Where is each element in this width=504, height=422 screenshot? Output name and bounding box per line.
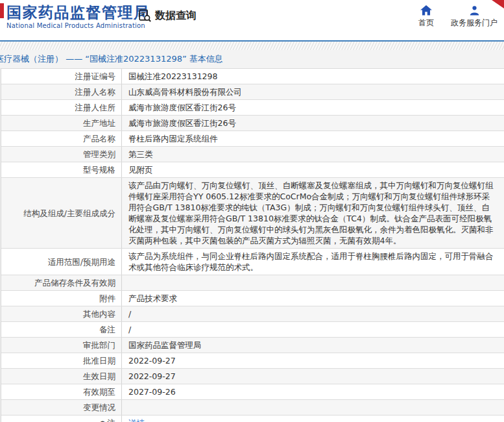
field-value: 2022-09-27 <box>122 369 504 384</box>
field-value: 脊柱后路内固定系统组件 <box>122 131 504 146</box>
field-value: 该产品为系统组件，与同企业脊柱后路内固定系统配合，适用于脊柱胸腰椎后路内固定，可… <box>122 249 504 275</box>
field-value: 威海市旅游度假区香江街26号 <box>122 100 504 115</box>
note-marker-icon: ● <box>100 417 106 422</box>
field-value: 详情 <box>122 416 504 422</box>
field-value: 产品技术要求 <box>122 291 504 306</box>
field-label: 注册人名称 <box>1 84 122 99</box>
field-value: 该产品由万向螺钉、万向复位螺钉、顶丝、自断螺塞及复位螺塞组成，其中万向螺钉和万向… <box>122 178 504 248</box>
table-row: 批准日期2022-09-27 <box>1 353 504 369</box>
table-row: 结构及组成/主要组成成分该产品由万向螺钉、万向复位螺钉、顶丝、自断螺塞及复位螺塞… <box>1 178 504 249</box>
portal-link[interactable]: 政务服务门户 <box>451 5 498 29</box>
field-value: 第三类 <box>122 147 504 162</box>
table-row: 管理类别第三类 <box>1 147 504 162</box>
field-label: 附件 <box>1 291 122 306</box>
field-label: 批准日期 <box>1 353 122 368</box>
field-value <box>122 275 504 290</box>
table-row: 适用范围/预期用途该产品为系统组件，与同企业脊柱后路内固定系统配合，适用于脊柱胸… <box>1 249 504 275</box>
field-label: 结构及组成/主要组成成分 <box>1 178 122 248</box>
site-title-en: National Medical Products Administration <box>6 22 150 30</box>
table-row: 有效期至2027-09-26 <box>1 384 504 400</box>
field-label: 审批部门 <box>1 338 122 353</box>
field-label: 型号规格 <box>1 162 122 177</box>
header-nav: 首页 政务服务门户 <box>418 5 498 29</box>
table-row: 生产地址威海市旅游度假区香江街26号 <box>1 116 504 131</box>
field-value: 2027-09-26 <box>122 384 504 399</box>
field-label: 产品储存条件及有效期 <box>1 275 122 290</box>
field-label: 注册证编号 <box>1 69 122 84</box>
field-value: / <box>122 306 504 321</box>
document-search-icon <box>138 8 152 23</box>
header: 国家药品监督管理局 National Medical Products Admi… <box>0 0 504 40</box>
field-value: 国械注准20223131298 <box>122 69 504 84</box>
field-label: 适用范围/预期用途 <box>1 249 122 275</box>
table-row: 变更情况 <box>1 400 504 416</box>
table-row: ●注详情 <box>1 416 504 422</box>
field-label: 变更情况 <box>1 400 122 415</box>
field-label: 备注 <box>1 322 122 337</box>
field-label-text: 注 <box>108 417 116 422</box>
divider-band <box>0 40 504 50</box>
field-label: 有效期至 <box>1 384 122 399</box>
user-icon <box>469 5 480 16</box>
field-label: 产品名称 <box>1 131 122 146</box>
table-row: 型号规格见附页 <box>1 162 504 178</box>
site-title-cn: 国家药品监督管理局 <box>6 4 150 21</box>
field-label: ●注 <box>1 416 122 422</box>
portal-label: 政务服务门户 <box>451 18 498 29</box>
table-row: 注册人住所威海市旅游度假区香江街26号 <box>1 100 504 116</box>
home-icon <box>420 5 432 16</box>
data-query-nav[interactable]: 数据查询 <box>138 8 197 23</box>
field-value: 国家药品监督管理局 <box>122 338 504 353</box>
table-row: 生效日期2022-09-27 <box>1 369 504 384</box>
table-row: 附件产品技术要求 <box>1 291 504 306</box>
data-query-label: 数据查询 <box>155 9 197 23</box>
field-label: 其他内容 <box>1 306 122 321</box>
table-row: 备注/ <box>1 322 504 338</box>
field-label: 注册人住所 <box>1 100 122 115</box>
table-row: 产品名称脊柱后路内固定系统组件 <box>1 131 504 147</box>
field-label: 生产地址 <box>1 116 122 130</box>
field-value: 见附页 <box>122 162 504 177</box>
table-row: 其他内容/ <box>1 306 504 322</box>
table-row: 审批部门国家药品监督管理局 <box>1 338 504 353</box>
breadcrumb-bar: 医疗器械（注册） —— “国械注准20223131298” 基本信息 <box>0 50 504 68</box>
field-label: 生效日期 <box>1 369 122 384</box>
breadcrumb: 医疗器械（注册） —— “国械注准20223131298” 基本信息 <box>0 53 223 65</box>
field-value: 2022-09-27 <box>122 353 504 368</box>
details-link[interactable]: 详情 <box>128 417 145 422</box>
field-value <box>122 400 504 415</box>
table-row: 注册人名称山东威高骨科材料股份有限公司 <box>1 84 504 100</box>
field-label: 管理类别 <box>1 147 122 162</box>
field-value: 山东威高骨科材料股份有限公司 <box>122 84 504 99</box>
home-label: 首页 <box>418 18 434 29</box>
home-link[interactable]: 首页 <box>418 5 434 29</box>
registration-info-table: 注册证编号国械注准20223131298注册人名称山东威高骨科材料股份有限公司注… <box>1 68 504 422</box>
table-row: 注册证编号国械注准20223131298 <box>1 69 504 84</box>
site-logo[interactable]: 国家药品监督管理局 National Medical Products Admi… <box>6 4 150 30</box>
field-value: / <box>122 322 504 337</box>
emblem-fragment <box>0 3 4 18</box>
corner-ribbon <box>492 0 504 8</box>
field-value: 威海市旅游度假区香江街26号 <box>122 116 504 130</box>
table-row: 产品储存条件及有效期 <box>1 275 504 291</box>
